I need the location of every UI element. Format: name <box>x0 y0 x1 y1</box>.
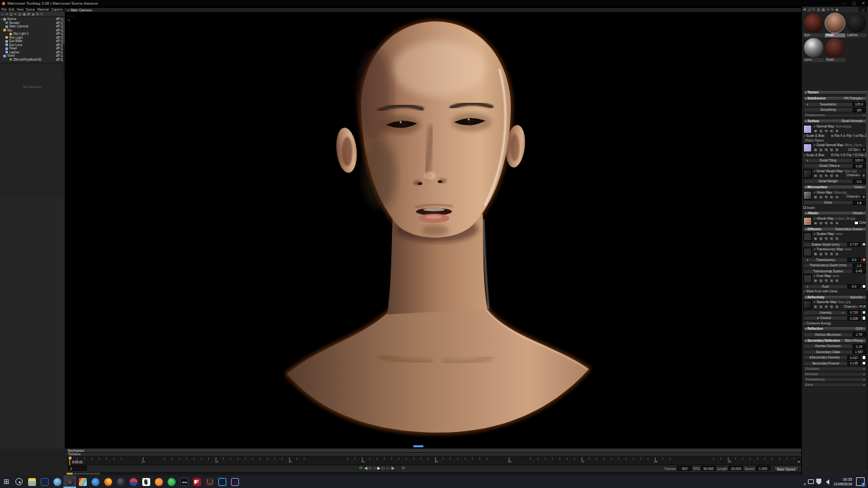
material-thumb-eye[interactable] <box>804 13 823 33</box>
fuzz-value[interactable]: 0.0 <box>847 284 861 288</box>
diffusion-mode-select[interactable]: Subsurface Scatter <box>835 228 865 231</box>
menu-material[interactable]: Material <box>37 7 49 11</box>
translucency-scatter-slider[interactable]: Translucency Scatter 0.45 <box>803 269 867 274</box>
reflectivity-mode-select[interactable]: Specular <box>850 296 865 299</box>
delete-material-icon[interactable]: ▦ <box>822 7 825 11</box>
subdivision-mode-select[interactable]: PN Triangles <box>844 97 865 100</box>
load-texture-button[interactable] <box>813 195 818 200</box>
microsurface-mode-select[interactable]: Gloss <box>855 186 865 189</box>
intensity-slider[interactable]: Intensity 0.726 <box>803 310 867 315</box>
translucency-map-thumbnail[interactable] <box>803 248 812 256</box>
scale-bias-checkbox[interactable]: Scale & Bias <box>803 134 825 138</box>
camera-tool-icon[interactable]: ▤ <box>9 12 13 16</box>
load-texture-button[interactable] <box>813 304 818 309</box>
uv-set-select[interactable]: UV Set <box>848 148 860 152</box>
3d-viewport[interactable]: Main Camera ⛶ ▫ ▫ ✎ <box>65 7 801 449</box>
pin-material-icon[interactable]: ✛ <box>827 7 829 11</box>
edit-texture-button[interactable] <box>824 195 829 200</box>
material-lashes[interactable]: Lashes <box>846 13 867 37</box>
reflection-mode-select[interactable]: GGX <box>855 327 865 330</box>
bake-speed-button[interactable]: Bake Speed <box>774 466 799 471</box>
translucency-scatter-value[interactable]: 0.45 <box>853 269 866 273</box>
new-material-icon[interactable]: ✚ <box>803 7 806 11</box>
defender-shield-icon[interactable] <box>816 479 821 485</box>
flip-y-checkbox[interactable] <box>843 154 846 156</box>
sphere-preview-icon[interactable]: ◉ <box>835 7 838 11</box>
load-texture-button[interactable] <box>813 148 818 152</box>
detail-weight-slider[interactable]: Detail Weight 5.0 <box>803 179 867 184</box>
mesh-tool-icon[interactable]: ▣ <box>23 12 26 16</box>
scatter-map-thumbnail[interactable] <box>803 232 812 241</box>
menu-file[interactable]: File <box>1 7 7 11</box>
translucency-depth-slider[interactable]: Translucency Depth (mm) 1.0 <box>803 263 867 268</box>
edit-texture-button[interactable] <box>824 278 829 283</box>
fresnel-value[interactable]: 0.208 <box>847 316 861 320</box>
translucency-depth-value[interactable]: 1.0 <box>853 264 866 268</box>
pick-texture-button[interactable] <box>819 221 823 226</box>
reload-texture-button[interactable] <box>829 148 834 152</box>
photoshop-button[interactable] <box>216 475 228 488</box>
filezilla-button[interactable] <box>190 475 203 488</box>
file-explorer-button[interactable] <box>25 475 38 488</box>
edit-texture-button[interactable] <box>824 129 829 134</box>
go-to-end-button[interactable] <box>391 465 395 471</box>
material-thumb-lens[interactable] <box>804 38 823 57</box>
edit-texture-button[interactable] <box>824 174 829 178</box>
next-keyframe-button[interactable] <box>387 465 390 471</box>
timeline-scroll-handle[interactable] <box>67 473 73 475</box>
lock-icon[interactable] <box>56 47 59 49</box>
translucency-value[interactable]: 0.0 <box>847 258 861 262</box>
section-extra[interactable]: Extra <box>803 383 867 387</box>
section-albedo[interactable]: Albedo Albedo <box>803 211 867 216</box>
intensity-value[interactable]: 0.726 <box>847 310 861 314</box>
material-tooth[interactable]: Tooth <box>825 38 845 62</box>
tree-item-zbrushpolymesh3d[interactable]: ZBrushPolyMesh3D <box>0 58 65 62</box>
action-center-button[interactable]: 1 <box>856 477 865 486</box>
playhead[interactable] <box>69 457 70 465</box>
menu-capture[interactable]: Capture <box>51 7 63 11</box>
fuzz-map-checkbox[interactable] <box>813 274 816 278</box>
head-model-render[interactable] <box>65 9 801 449</box>
detail-weight-value[interactable]: 5.0 <box>853 180 866 184</box>
previous-keyframe-button[interactable] <box>368 465 371 471</box>
clear-texture-button[interactable] <box>835 195 839 200</box>
section-transparency[interactable]: Transparency <box>803 377 867 382</box>
material-filter-input[interactable]: ~/ <box>859 7 867 11</box>
viewport-menu-icon[interactable] <box>67 8 69 12</box>
turntable-tool-icon[interactable]: ◉ <box>31 12 34 16</box>
folder-tool-icon[interactable]: ▥ <box>18 12 21 16</box>
edit-texture-button[interactable] <box>824 252 829 256</box>
scatter-depth-value[interactable]: 0.737 <box>847 242 861 246</box>
fog-tool-icon[interactable]: ✦ <box>14 12 17 16</box>
title-bar[interactable]: Marmoset Toolbag 3.08 | Marmoset Scene.t… <box>0 0 868 7</box>
zbrush-button[interactable] <box>140 475 152 488</box>
wallpaper-engine-button[interactable] <box>76 475 89 488</box>
albedo-map-thumbnail[interactable] <box>803 217 812 226</box>
timeline-scrollbar[interactable] <box>67 473 801 475</box>
cortana-search-button[interactable] <box>13 475 25 488</box>
lock-icon[interactable] <box>56 37 59 39</box>
pick-texture-button[interactable] <box>819 148 823 152</box>
minimize-button[interactable] <box>840 1 849 7</box>
pick-texture-button[interactable] <box>819 236 823 241</box>
app-r-button[interactable] <box>38 475 51 488</box>
clear-texture-button[interactable] <box>835 252 839 256</box>
external-tool-icon[interactable]: ⊞ <box>36 12 39 16</box>
mask-fuzz-checkbox[interactable]: Mask Fuzz with Gloss <box>803 290 837 293</box>
scale-bias-checkbox[interactable]: Scale & Bias <box>803 154 825 157</box>
fresnel-slider[interactable]: Fresnel 0.208 <box>803 316 867 320</box>
delete-tool-icon[interactable]: ✕ <box>40 12 43 16</box>
marmoset-toolbag-button[interactable] <box>63 475 76 488</box>
section-microsurface[interactable]: Microsurface Gloss <box>803 185 867 190</box>
detail-tiling-slider[interactable]: Detail Tiling 100.0 <box>803 158 867 163</box>
secondary-horizon-value[interactable]: 1.18 <box>853 344 866 348</box>
duplicate-material-icon[interactable]: ❏ <box>808 7 811 11</box>
viewport-tab-bar[interactable]: Main Camera <box>65 8 801 13</box>
clear-texture-button[interactable] <box>835 236 839 241</box>
display-tray-icon[interactable] <box>808 479 814 484</box>
lock-icon[interactable] <box>56 44 59 46</box>
camera-selector[interactable]: Main Camera <box>71 8 93 12</box>
loop-button[interactable] <box>359 465 363 471</box>
load-texture-button[interactable] <box>813 278 818 283</box>
pick-texture-button[interactable] <box>819 304 823 309</box>
